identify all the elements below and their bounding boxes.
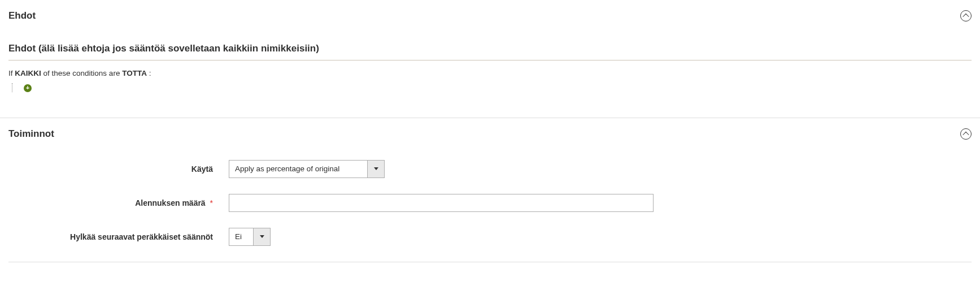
chevron-down-icon[interactable]: [254, 228, 271, 246]
stop-rules-select-value: Ei: [229, 228, 254, 246]
rule-bool-value[interactable]: TOTTA: [122, 69, 147, 77]
discount-amount-label: Alennuksen määrä *: [8, 198, 229, 207]
chevron-up-icon[interactable]: [960, 10, 972, 21]
chevron-down-icon[interactable]: [368, 160, 385, 178]
actions-section: Toiminnot Käytä Apply as percentage of o…: [0, 118, 980, 262]
bottom-divider: [8, 262, 972, 262]
chevron-up-icon[interactable]: [960, 128, 972, 140]
discount-amount-input[interactable]: [229, 194, 654, 212]
rule-prefix: If: [8, 69, 13, 77]
apply-label: Käytä: [8, 165, 229, 174]
required-asterisk: *: [210, 198, 213, 207]
actions-title: Toiminnot: [8, 128, 54, 140]
conditions-title: Ehdot: [8, 10, 36, 21]
conditions-section: Ehdot Ehdot (älä lisää ehtoja jos sääntö…: [0, 0, 980, 118]
discount-amount-label-text: Alennuksen määrä: [135, 198, 206, 207]
apply-row: Käytä Apply as percentage of original: [8, 160, 972, 178]
stop-rules-select[interactable]: Ei: [229, 228, 271, 246]
conditions-children: [12, 83, 972, 92]
conditions-rule-builder: If KAIKKI of these conditions are TOTTA …: [8, 69, 972, 106]
rule-mid: of these conditions are: [43, 69, 120, 77]
actions-section-header[interactable]: Toiminnot: [8, 124, 972, 144]
conditions-section-header[interactable]: Ehdot: [8, 6, 972, 26]
conditions-legend: Ehdot (älä lisää ehtoja jos sääntöä sove…: [8, 26, 972, 60]
rule-aggregator-value[interactable]: KAIKKI: [15, 69, 41, 77]
stop-rules-row: Hylkää seuraavat peräkkäiset säännöt Ei: [8, 228, 972, 246]
apply-select-value: Apply as percentage of original: [229, 160, 368, 178]
discount-amount-row: Alennuksen määrä *: [8, 194, 972, 212]
apply-select[interactable]: Apply as percentage of original: [229, 160, 385, 178]
discount-amount-control: [229, 194, 654, 212]
add-condition-icon[interactable]: [24, 84, 32, 92]
stop-rules-label: Hylkää seuraavat peräkkäiset säännöt: [8, 232, 229, 241]
rule-colon: :: [149, 69, 151, 77]
conditions-root-line: If KAIKKI of these conditions are TOTTA …: [8, 69, 972, 77]
